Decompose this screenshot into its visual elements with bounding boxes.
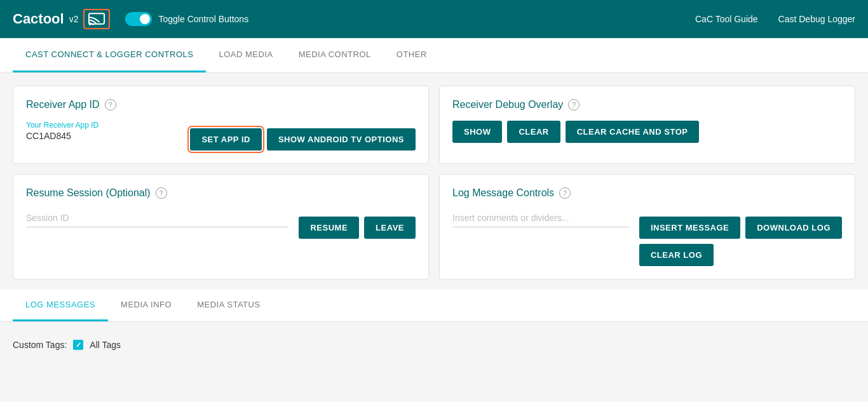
clear-log-button[interactable]: CLEAR LOG [639, 244, 714, 266]
leave-button[interactable]: LEAVE [364, 217, 416, 239]
bottom-tab-media-info[interactable]: MEDIA INFO [108, 290, 184, 321]
log-message-controls-help-icon[interactable]: ? [559, 187, 571, 199]
tab-cast-connect[interactable]: CAST CONNECT & LOGGER CONTROLS [13, 38, 206, 72]
log-message-controls-title: Log Message Controls ? [452, 187, 842, 199]
resume-session-help-icon[interactable]: ? [156, 187, 167, 199]
receiver-app-id-input-section: Your Receiver App ID CC1AD845 [26, 121, 180, 144]
svg-rect-0 [89, 13, 104, 24]
header-links: CaC Tool Guide Cast Debug Logger [695, 14, 855, 24]
toggle-area: Toggle Control Buttons [125, 12, 248, 26]
receiver-debug-overlay-help-icon[interactable]: ? [568, 99, 580, 111]
log-message-buttons: INSERT MESSAGE DOWNLOAD LOG CLEAR LOG [639, 217, 842, 266]
receiver-debug-overlay-title: Receiver Debug Overlay ? [452, 99, 842, 111]
receiver-debug-overlay-card: Receiver Debug Overlay ? SHOW CLEAR CLEA… [439, 86, 855, 164]
bottom-tab-log-messages[interactable]: LOG MESSAGES [13, 290, 108, 321]
tab-load-media[interactable]: LOAD MEDIA [206, 38, 285, 72]
receiver-app-id-card: Receiver App ID ? Your Receiver App ID C… [13, 86, 429, 164]
receiver-debug-overlay-buttons: SHOW CLEAR CLEAR CACHE AND STOP [452, 121, 842, 143]
toggle-control-buttons[interactable] [125, 12, 152, 26]
log-message-controls-content: INSERT MESSAGE DOWNLOAD LOG CLEAR LOG [452, 209, 842, 266]
receiver-app-id-help-icon[interactable]: ? [105, 99, 116, 111]
tab-media-control[interactable]: MEDIA CONTROL [286, 38, 384, 72]
receiver-app-id-buttons: SET APP ID SHOW ANDROID TV OPTIONS [190, 128, 416, 151]
resume-session-card: Resume Session (Optional) ? RESUME LEAVE [13, 174, 429, 279]
toggle-label: Toggle Control Buttons [158, 14, 248, 24]
resume-session-buttons: RESUME LEAVE [299, 217, 416, 239]
cards-row-2: Resume Session (Optional) ? RESUME LEAVE… [13, 174, 855, 279]
log-message-input[interactable] [452, 209, 629, 227]
resume-session-content: RESUME LEAVE [26, 209, 416, 239]
clear-button[interactable]: CLEAR [507, 121, 560, 143]
svg-point-1 [89, 23, 91, 25]
log-message-controls-card: Log Message Controls ? INSERT MESSAGE DO… [439, 174, 855, 279]
cac-tool-guide-link[interactable]: CaC Tool Guide [695, 14, 758, 24]
receiver-app-id-input-label: Your Receiver App ID [26, 121, 180, 130]
custom-tags-label: Custom Tags: [13, 340, 67, 350]
log-message-input-section [452, 209, 629, 227]
cast-icon-box[interactable] [83, 9, 110, 29]
receiver-app-id-content: Your Receiver App ID CC1AD845 SET APP ID… [26, 121, 416, 151]
tab-other[interactable]: OTHER [384, 38, 440, 72]
download-log-button[interactable]: DOWNLOAD LOG [745, 217, 842, 239]
bottom-tab-media-status[interactable]: MEDIA STATUS [184, 290, 273, 321]
bottom-tabs: LOG MESSAGES MEDIA INFO MEDIA STATUS [0, 290, 868, 322]
cast-debug-logger-link[interactable]: Cast Debug Logger [778, 14, 855, 24]
custom-tags-row: Custom Tags: All Tags [13, 332, 855, 358]
show-button[interactable]: SHOW [452, 121, 502, 143]
session-id-input[interactable] [26, 209, 288, 227]
resume-session-title: Resume Session (Optional) ? [26, 187, 416, 199]
insert-message-button[interactable]: INSERT MESSAGE [639, 217, 740, 239]
app-logo: Cactool v2 [13, 9, 110, 29]
nav-tabs: CAST CONNECT & LOGGER CONTROLS LOAD MEDI… [0, 38, 868, 73]
show-android-tv-button[interactable]: SHOW ANDROID TV OPTIONS [267, 128, 416, 151]
app-header: Cactool v2 Toggle Control Buttons CaC To… [0, 0, 868, 38]
set-app-id-button[interactable]: SET APP ID [190, 128, 262, 151]
all-tags-checkbox[interactable] [73, 340, 83, 350]
logo-version: v2 [69, 14, 79, 24]
session-id-input-section [26, 209, 288, 227]
main-content: Receiver App ID ? Your Receiver App ID C… [0, 73, 868, 370]
cast-icon [88, 12, 105, 26]
resume-button[interactable]: RESUME [299, 217, 359, 239]
logo-text: Cactool [13, 11, 64, 27]
receiver-app-id-value: CC1AD845 [26, 131, 180, 141]
cards-row-1: Receiver App ID ? Your Receiver App ID C… [13, 86, 855, 164]
all-tags-label: All Tags [90, 340, 121, 350]
clear-cache-stop-button[interactable]: CLEAR CACHE AND STOP [566, 121, 700, 143]
receiver-app-id-title: Receiver App ID ? [26, 99, 416, 111]
